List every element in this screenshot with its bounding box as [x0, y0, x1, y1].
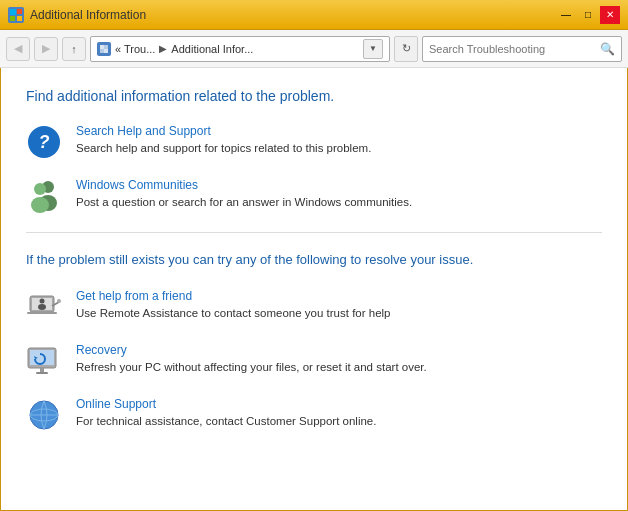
svg-point-15: [38, 304, 46, 310]
online-support-link[interactable]: Online Support: [76, 397, 602, 411]
list-item: Recovery Refresh your PC without affecti…: [26, 343, 602, 379]
svg-point-11: [31, 197, 49, 213]
maximize-button[interactable]: □: [578, 6, 598, 24]
remote-icon: [26, 289, 62, 325]
communities-link[interactable]: Windows Communities: [76, 178, 602, 192]
svg-rect-4: [100, 45, 104, 49]
breadcrumb-part2: Additional Infor...: [171, 43, 253, 55]
item-content: Search Help and Support Search help and …: [76, 124, 602, 156]
search-help-desc: Search help and support for topics relat…: [76, 142, 371, 154]
communities-desc: Post a question or search for an answer …: [76, 196, 412, 208]
svg-rect-2: [10, 16, 15, 21]
item-content: Online Support For technical assistance,…: [76, 397, 602, 429]
back-button[interactable]: ◀: [6, 37, 30, 61]
window-controls: — □ ✕: [556, 6, 620, 24]
friend-help-desc: Use Remote Assistance to contact someone…: [76, 307, 391, 319]
community-icon: [26, 178, 62, 214]
svg-rect-5: [104, 45, 108, 49]
svg-point-14: [40, 299, 45, 304]
list-item: Get help from a friend Use Remote Assist…: [26, 289, 602, 325]
svg-rect-6: [100, 49, 104, 53]
breadcrumb-separator: ▶: [159, 43, 167, 54]
svg-rect-1: [17, 9, 22, 14]
breadcrumb: « Trou... ▶ Additional Infor... ▼: [90, 36, 390, 62]
title-bar: Additional Information — □ ✕: [0, 0, 628, 30]
nav-bar: ◀ ▶ ↑ « Trou... ▶ Additional Infor... ▼ …: [0, 30, 628, 68]
main-content: Find additional information related to t…: [0, 68, 628, 511]
online-support-icon: [26, 397, 62, 433]
breadcrumb-part1: « Trou...: [115, 43, 155, 55]
friend-help-link[interactable]: Get help from a friend: [76, 289, 602, 303]
svg-rect-0: [10, 9, 16, 15]
title-bar-left: Additional Information: [8, 7, 146, 23]
svg-rect-16: [27, 312, 57, 314]
section2-title: If the problem still exists you can try …: [26, 251, 602, 269]
recovery-link[interactable]: Recovery: [76, 343, 602, 357]
item-content: Windows Communities Post a question or s…: [76, 178, 602, 210]
item-content: Get help from a friend Use Remote Assist…: [76, 289, 602, 321]
divider: [26, 232, 602, 233]
refresh-button[interactable]: ↻: [394, 36, 418, 62]
svg-point-18: [57, 299, 61, 303]
help-icon: ?: [26, 124, 62, 160]
close-button[interactable]: ✕: [600, 6, 620, 24]
app-icon: [8, 7, 24, 23]
svg-rect-3: [17, 16, 22, 21]
minimize-button[interactable]: —: [556, 6, 576, 24]
breadcrumb-icon: [97, 42, 111, 56]
window-title: Additional Information: [30, 8, 146, 22]
recovery-desc: Refresh your PC without affecting your f…: [76, 361, 427, 373]
svg-rect-7: [104, 49, 108, 53]
search-input[interactable]: [429, 43, 596, 55]
svg-rect-22: [40, 368, 44, 372]
recovery-icon: [26, 343, 62, 379]
list-item: ? Search Help and Support Search help an…: [26, 124, 602, 160]
section1-title: Find additional information related to t…: [26, 88, 602, 104]
breadcrumb-dropdown[interactable]: ▼: [363, 39, 383, 59]
search-help-link[interactable]: Search Help and Support: [76, 124, 602, 138]
online-support-desc: For technical assistance, contact Custom…: [76, 415, 376, 427]
item-content: Recovery Refresh your PC without affecti…: [76, 343, 602, 375]
forward-button[interactable]: ▶: [34, 37, 58, 61]
svg-point-10: [34, 183, 46, 195]
up-button[interactable]: ↑: [62, 37, 86, 61]
search-icon[interactable]: 🔍: [600, 42, 615, 56]
search-bar: 🔍: [422, 36, 622, 62]
svg-rect-23: [36, 372, 48, 374]
list-item: Online Support For technical assistance,…: [26, 397, 602, 433]
list-item: Windows Communities Post a question or s…: [26, 178, 602, 214]
